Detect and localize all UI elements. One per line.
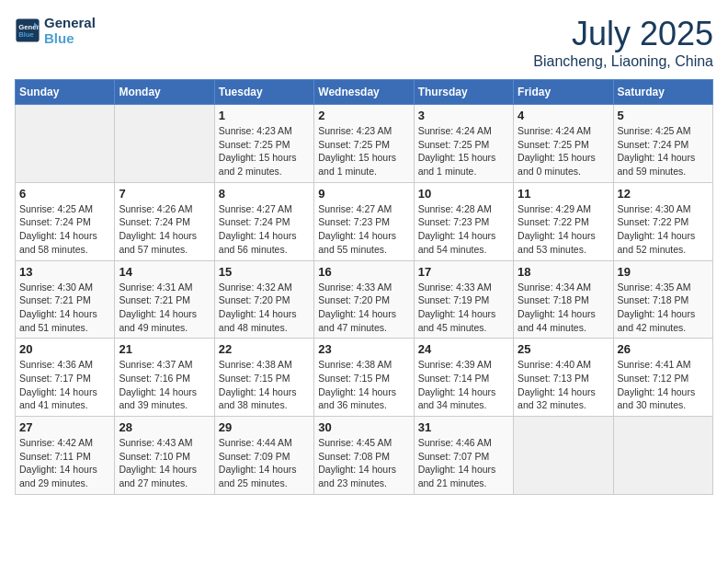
logo-text-line2: Blue [44,30,96,46]
calendar-cell: 19Sunrise: 4:35 AM Sunset: 7:18 PM Dayli… [613,260,712,339]
day-info: Sunrise: 4:24 AM Sunset: 7:25 PM Dayligh… [418,124,509,178]
day-number: 7 [119,187,210,201]
day-number: 5 [618,109,709,122]
day-number: 21 [119,342,210,356]
day-info: Sunrise: 4:35 AM Sunset: 7:18 PM Dayligh… [618,281,709,335]
location-title: Biancheng, Liaoning, China [533,53,713,70]
calendar-cell [16,105,115,183]
logo-text-line1: General [44,15,96,30]
calendar-cell: 16Sunrise: 4:33 AM Sunset: 7:20 PM Dayli… [314,260,414,339]
weekday-header-tuesday: Tuesday [214,80,313,105]
calendar-cell: 27Sunrise: 4:42 AM Sunset: 7:11 PM Dayli… [16,417,115,495]
calendar-cell: 26Sunrise: 4:41 AM Sunset: 7:12 PM Dayli… [613,339,712,417]
day-number: 14 [119,265,210,279]
day-info: Sunrise: 4:23 AM Sunset: 7:25 PM Dayligh… [219,124,310,178]
calendar-cell [115,105,214,183]
calendar-cell: 11Sunrise: 4:29 AM Sunset: 7:22 PM Dayli… [514,182,613,260]
day-number: 11 [518,187,609,201]
calendar-cell: 1Sunrise: 4:23 AM Sunset: 7:25 PM Daylig… [214,105,313,183]
day-info: Sunrise: 4:40 AM Sunset: 7:13 PM Dayligh… [518,358,609,412]
week-row-5: 27Sunrise: 4:42 AM Sunset: 7:11 PM Dayli… [16,417,713,495]
day-number: 26 [618,342,709,356]
weekday-header-row: SundayMondayTuesdayWednesdayThursdayFrid… [16,80,713,105]
day-number: 23 [318,342,409,356]
day-info: Sunrise: 4:38 AM Sunset: 7:15 PM Dayligh… [219,358,310,412]
day-info: Sunrise: 4:39 AM Sunset: 7:14 PM Dayligh… [418,358,509,412]
weekday-header-saturday: Saturday [613,80,712,105]
day-info: Sunrise: 4:32 AM Sunset: 7:20 PM Dayligh… [219,281,310,335]
day-info: Sunrise: 4:33 AM Sunset: 7:19 PM Dayligh… [418,281,509,335]
header: General Blue General Blue July 2025 Bian… [15,15,713,70]
calendar-cell: 21Sunrise: 4:37 AM Sunset: 7:16 PM Dayli… [115,339,214,417]
day-info: Sunrise: 4:26 AM Sunset: 7:24 PM Dayligh… [119,202,210,257]
calendar-cell: 29Sunrise: 4:44 AM Sunset: 7:09 PM Dayli… [214,417,313,495]
calendar-cell: 31Sunrise: 4:46 AM Sunset: 7:07 PM Dayli… [414,417,513,495]
day-info: Sunrise: 4:37 AM Sunset: 7:16 PM Dayligh… [119,358,210,412]
day-info: Sunrise: 4:34 AM Sunset: 7:18 PM Dayligh… [518,281,609,335]
calendar-body: 1Sunrise: 4:23 AM Sunset: 7:25 PM Daylig… [16,105,713,495]
calendar-cell: 23Sunrise: 4:38 AM Sunset: 7:15 PM Dayli… [314,339,414,417]
day-number: 30 [318,420,409,434]
day-number: 6 [19,187,110,201]
day-number: 16 [318,265,409,279]
calendar-cell [514,417,613,495]
day-info: Sunrise: 4:43 AM Sunset: 7:10 PM Dayligh… [119,436,210,490]
calendar-cell: 22Sunrise: 4:38 AM Sunset: 7:15 PM Dayli… [214,339,313,417]
week-row-2: 6Sunrise: 4:25 AM Sunset: 7:24 PM Daylig… [16,182,713,260]
day-info: Sunrise: 4:46 AM Sunset: 7:07 PM Dayligh… [418,436,509,490]
calendar-cell: 13Sunrise: 4:30 AM Sunset: 7:21 PM Dayli… [16,260,115,339]
weekday-header-wednesday: Wednesday [314,80,414,105]
calendar-cell: 2Sunrise: 4:23 AM Sunset: 7:25 PM Daylig… [314,105,414,183]
title-area: July 2025 Biancheng, Liaoning, China [533,15,713,70]
day-number: 3 [418,109,509,122]
day-info: Sunrise: 4:33 AM Sunset: 7:20 PM Dayligh… [318,281,409,335]
svg-text:General: General [18,23,40,31]
day-number: 9 [318,187,409,201]
day-info: Sunrise: 4:30 AM Sunset: 7:22 PM Dayligh… [618,202,709,257]
day-number: 29 [219,420,310,434]
day-number: 22 [219,342,310,356]
weekday-header-thursday: Thursday [414,80,513,105]
logo-icon: General Blue [15,17,40,43]
weekday-header-monday: Monday [115,80,214,105]
calendar-cell: 10Sunrise: 4:28 AM Sunset: 7:23 PM Dayli… [414,182,513,260]
calendar-cell: 5Sunrise: 4:25 AM Sunset: 7:24 PM Daylig… [613,105,712,183]
day-number: 31 [418,420,509,434]
calendar-cell: 25Sunrise: 4:40 AM Sunset: 7:13 PM Dayli… [514,339,613,417]
day-info: Sunrise: 4:25 AM Sunset: 7:24 PM Dayligh… [19,202,110,257]
calendar-cell: 15Sunrise: 4:32 AM Sunset: 7:20 PM Dayli… [214,260,313,339]
day-info: Sunrise: 4:36 AM Sunset: 7:17 PM Dayligh… [19,358,110,412]
day-number: 28 [119,420,210,434]
calendar-cell: 17Sunrise: 4:33 AM Sunset: 7:19 PM Dayli… [414,260,513,339]
day-info: Sunrise: 4:41 AM Sunset: 7:12 PM Dayligh… [618,358,709,412]
calendar-cell [613,417,712,495]
calendar-cell: 24Sunrise: 4:39 AM Sunset: 7:14 PM Dayli… [414,339,513,417]
day-number: 4 [518,109,609,122]
day-number: 15 [219,265,310,279]
day-info: Sunrise: 4:30 AM Sunset: 7:21 PM Dayligh… [19,281,110,335]
calendar-cell: 9Sunrise: 4:27 AM Sunset: 7:23 PM Daylig… [314,182,414,260]
day-number: 24 [418,342,509,356]
weekday-header-sunday: Sunday [16,80,115,105]
day-number: 8 [219,187,310,201]
calendar-cell: 28Sunrise: 4:43 AM Sunset: 7:10 PM Dayli… [115,417,214,495]
day-number: 18 [518,265,609,279]
weekday-header-friday: Friday [514,80,613,105]
day-info: Sunrise: 4:29 AM Sunset: 7:22 PM Dayligh… [518,202,609,257]
calendar-cell: 8Sunrise: 4:27 AM Sunset: 7:24 PM Daylig… [214,182,313,260]
day-info: Sunrise: 4:27 AM Sunset: 7:23 PM Dayligh… [318,202,409,257]
month-title: July 2025 [533,15,713,53]
day-number: 25 [518,342,609,356]
day-number: 20 [19,342,110,356]
day-info: Sunrise: 4:42 AM Sunset: 7:11 PM Dayligh… [19,436,110,490]
calendar-cell: 4Sunrise: 4:24 AM Sunset: 7:25 PM Daylig… [514,105,613,183]
svg-text:Blue: Blue [18,30,34,39]
calendar-cell: 14Sunrise: 4:31 AM Sunset: 7:21 PM Dayli… [115,260,214,339]
day-number: 2 [318,109,409,122]
logo: General Blue General Blue [15,15,96,46]
day-number: 19 [618,265,709,279]
week-row-3: 13Sunrise: 4:30 AM Sunset: 7:21 PM Dayli… [16,260,713,339]
day-info: Sunrise: 4:45 AM Sunset: 7:08 PM Dayligh… [318,436,409,490]
day-info: Sunrise: 4:27 AM Sunset: 7:24 PM Dayligh… [219,202,310,257]
calendar-cell: 3Sunrise: 4:24 AM Sunset: 7:25 PM Daylig… [414,105,513,183]
